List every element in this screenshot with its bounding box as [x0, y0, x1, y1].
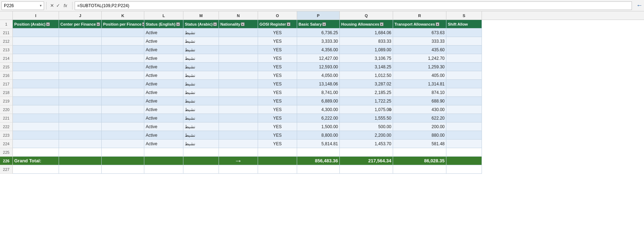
cell-222-col-p[interactable]: 1,500.00 — [297, 122, 340, 131]
filter-icon-n[interactable]: ▾ — [241, 22, 245, 26]
cell-214-col-i[interactable] — [13, 54, 59, 63]
cell-216-col-k[interactable] — [102, 71, 144, 80]
cell-213-col-j[interactable] — [59, 46, 102, 54]
filter-icon-j[interactable]: ▾ — [97, 22, 100, 26]
cell-213-col-i[interactable] — [13, 46, 59, 54]
filter-icon-q[interactable]: ▾ — [380, 22, 383, 26]
empty-225-j[interactable] — [59, 148, 102, 157]
cell-222-col-r[interactable]: 200.00 — [393, 122, 446, 131]
cell-211-col-l[interactable]: Active — [144, 28, 183, 37]
cell-217-col-l[interactable]: Active — [144, 80, 183, 88]
cell-213-col-r[interactable]: 435.60 — [393, 46, 446, 54]
cell-220-col-l[interactable]: Active — [144, 105, 183, 114]
cell-211-col-o[interactable]: YES — [258, 28, 297, 37]
cell-215-col-i[interactable] — [13, 63, 59, 71]
cell-217-col-p[interactable]: 13,148.06 — [297, 80, 340, 88]
cell-224-col-i[interactable] — [13, 140, 59, 148]
cell-219-col-s[interactable] — [446, 97, 482, 105]
header-cell-status-arabic[interactable]: Status (Arabic) ▾ — [183, 20, 219, 28]
cell-218-col-s[interactable] — [446, 88, 482, 97]
cell-212-col-q[interactable]: 833.33 — [340, 37, 393, 46]
cell-222-col-s[interactable] — [446, 122, 482, 131]
empty-225-p[interactable] — [297, 148, 340, 157]
empty-227-j[interactable] — [59, 165, 102, 174]
cell-218-col-k[interactable] — [102, 88, 144, 97]
empty-225-k[interactable] — [102, 148, 144, 157]
cell-221-col-o[interactable]: YES — [258, 114, 297, 122]
cell-214-col-l[interactable]: Active — [144, 54, 183, 63]
formula-input[interactable] — [75, 1, 632, 10]
col-header-N[interactable]: N — [219, 11, 258, 20]
col-header-P[interactable]: P — [297, 11, 340, 20]
header-cell-shift-allow[interactable]: Shift Allow — [446, 20, 482, 28]
cell-222-col-q[interactable]: 500.00 — [340, 122, 393, 131]
cell-219-col-o[interactable]: YES — [258, 97, 297, 105]
empty-227-r[interactable] — [393, 165, 446, 174]
cell-218-col-q[interactable]: 2,185.25 — [340, 88, 393, 97]
cell-213-col-s[interactable] — [446, 46, 482, 54]
cell-223-col-p[interactable]: 8,800.00 — [297, 131, 340, 140]
cell-218-col-i[interactable] — [13, 88, 59, 97]
cell-213-col-l[interactable]: Active — [144, 46, 183, 54]
empty-227-i[interactable] — [13, 165, 59, 174]
filter-icon-m[interactable]: ▾ — [213, 22, 217, 26]
cell-223-col-j[interactable] — [59, 131, 102, 140]
cell-216-col-l[interactable]: Active — [144, 71, 183, 80]
cell-220-col-m[interactable]: نشيط — [183, 105, 219, 114]
empty-225-i[interactable] — [13, 148, 59, 157]
cell-220-col-k[interactable] — [102, 105, 144, 114]
cell-224-col-r[interactable]: 581.48 — [393, 140, 446, 148]
cell-218-col-m[interactable]: نشيط — [183, 88, 219, 97]
cell-220-col-s[interactable] — [446, 105, 482, 114]
cell-221-col-n[interactable] — [219, 114, 258, 122]
cell-222-col-n[interactable] — [219, 122, 258, 131]
cell-224-col-o[interactable]: YES — [258, 140, 297, 148]
cell-212-col-n[interactable] — [219, 37, 258, 46]
cell-215-col-r[interactable]: 1,259.30 — [393, 63, 446, 71]
col-header-Q[interactable]: Q — [340, 11, 393, 20]
cell-219-col-k[interactable] — [102, 97, 144, 105]
cell-217-col-i[interactable] — [13, 80, 59, 88]
empty-225-q[interactable] — [340, 148, 393, 157]
cell-213-col-m[interactable]: نشيط — [183, 46, 219, 54]
cell-217-col-s[interactable] — [446, 80, 482, 88]
cell-215-col-s[interactable] — [446, 63, 482, 71]
cell-224-col-l[interactable]: Active — [144, 140, 183, 148]
cell-216-col-r[interactable]: 405.00 — [393, 71, 446, 80]
cell-218-col-l[interactable]: Active — [144, 88, 183, 97]
cell-223-col-k[interactable] — [102, 131, 144, 140]
confirm-formula-icon[interactable]: ✓ — [56, 3, 60, 8]
cell-ref-dropdown-icon[interactable]: ▾ — [40, 4, 42, 7]
cell-223-col-o[interactable]: YES — [258, 131, 297, 140]
cell-reference-box[interactable]: P226 ▾ — [1, 1, 44, 10]
cell-219-col-j[interactable] — [59, 97, 102, 105]
cell-222-col-m[interactable]: نشيط — [183, 122, 219, 131]
cell-213-col-n[interactable] — [219, 46, 258, 54]
cell-213-col-p[interactable]: 4,356.00 — [297, 46, 340, 54]
cell-224-col-m[interactable]: نشيط — [183, 140, 219, 148]
cell-211-col-i[interactable] — [13, 28, 59, 37]
cell-217-col-q[interactable]: 3,287.02 — [340, 80, 393, 88]
cell-213-col-k[interactable] — [102, 46, 144, 54]
cancel-formula-icon[interactable]: ✕ — [50, 3, 54, 8]
cell-217-col-r[interactable]: 1,314.81 — [393, 80, 446, 88]
cell-211-col-k[interactable] — [102, 28, 144, 37]
cell-219-col-l[interactable]: Active — [144, 97, 183, 105]
col-header-M[interactable]: M — [183, 11, 219, 20]
cell-223-col-q[interactable]: 2,200.00 — [340, 131, 393, 140]
empty-225-m[interactable] — [183, 148, 219, 157]
filter-icon-l[interactable]: ▾ — [176, 22, 180, 26]
cell-223-col-m[interactable]: نشيط — [183, 131, 219, 140]
col-header-I[interactable]: I — [13, 11, 59, 20]
empty-227-s[interactable] — [446, 165, 482, 174]
cell-213-col-o[interactable]: YES — [258, 46, 297, 54]
cell-220-col-j[interactable] — [59, 105, 102, 114]
cell-211-col-s[interactable] — [446, 28, 482, 37]
cell-221-col-l[interactable]: Active — [144, 114, 183, 122]
cell-217-col-j[interactable] — [59, 80, 102, 88]
empty-227-n[interactable] — [219, 165, 258, 174]
cell-215-col-n[interactable] — [219, 63, 258, 71]
cell-215-col-o[interactable]: YES — [258, 63, 297, 71]
cell-224-col-p[interactable]: 5,814.81 — [297, 140, 340, 148]
cell-221-col-m[interactable]: نشيط — [183, 114, 219, 122]
